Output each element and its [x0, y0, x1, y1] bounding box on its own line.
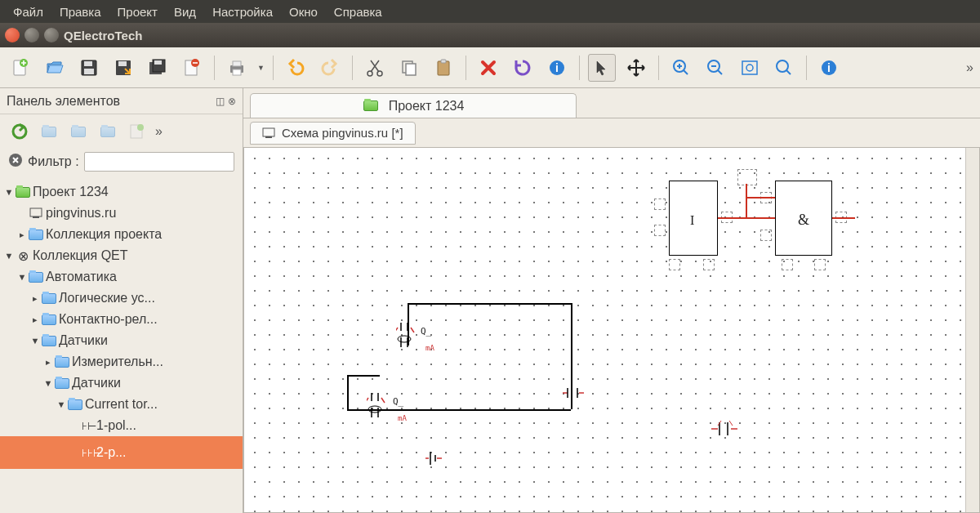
elements-tree[interactable]: ▼Проект 1234 pingvinus.ru ▸Коллекция про…: [0, 178, 243, 513]
wire[interactable]: [408, 303, 571, 305]
scrollbar-thumb[interactable]: [968, 164, 978, 230]
terminal-element[interactable]: [561, 385, 586, 404]
menu-window[interactable]: Окно: [281, 2, 326, 22]
tree-contact[interactable]: Контактно-рел...: [59, 312, 158, 327]
delete-folder-button[interactable]: [96, 120, 119, 143]
cut-button[interactable]: [361, 54, 389, 82]
menu-project[interactable]: Проект: [109, 2, 166, 22]
terminal-element[interactable]: [710, 419, 739, 442]
canvas[interactable]: I &: [243, 147, 980, 513]
zoom-out-button[interactable]: [702, 54, 729, 82]
zoom-in-button[interactable]: [667, 54, 695, 82]
tree-proj-collection[interactable]: Коллекция проекта: [46, 227, 162, 242]
menu-settings[interactable]: Настройка: [204, 2, 281, 22]
copy-button[interactable]: [395, 54, 423, 82]
print-button[interactable]: [223, 54, 251, 82]
save-button[interactable]: [75, 54, 103, 82]
terminal[interactable]: [654, 225, 666, 236]
zoom-reset-button[interactable]: [770, 54, 798, 82]
block-label: &: [798, 212, 809, 229]
terminal-element[interactable]: [424, 450, 448, 470]
save-all-button[interactable]: [144, 54, 172, 82]
wire[interactable]: [746, 184, 747, 218]
tree-measure[interactable]: Измерительн...: [72, 355, 163, 369]
toolbar-overflow-icon[interactable]: »: [966, 60, 973, 75]
move-button[interactable]: [622, 54, 650, 82]
terminal[interactable]: [703, 259, 715, 270]
svg-rect-35: [33, 216, 39, 218]
panel-title: Панель элементов: [7, 94, 120, 109]
filter-label: Фильтр :: [28, 154, 79, 169]
undo-button[interactable]: [282, 54, 310, 82]
schema-tab-label: Схема pingvinus.ru [*]: [282, 126, 403, 140]
reload-button[interactable]: [8, 120, 31, 143]
svg-text:i: i: [827, 61, 831, 74]
svg-point-32: [137, 124, 144, 131]
main-toolbar: ▼ i i »: [0, 47, 980, 88]
tree-sensors2[interactable]: Датчики: [72, 376, 121, 390]
menu-file[interactable]: Файл: [5, 2, 51, 22]
filter-input[interactable]: [84, 152, 234, 172]
terminal[interactable]: [737, 169, 757, 185]
terminal[interactable]: [760, 230, 772, 241]
terminal[interactable]: [654, 199, 666, 210]
tree-current[interactable]: Current tor...: [85, 397, 158, 412]
svg-point-16: [377, 71, 382, 76]
tree-item2[interactable]: 2-p...: [96, 445, 126, 460]
tree-qet-collection[interactable]: Коллекция QET: [33, 248, 128, 263]
terminal[interactable]: [782, 259, 793, 270]
close-button[interactable]: [178, 54, 206, 82]
tree-pingvinus[interactable]: pingvinus.ru: [46, 206, 116, 221]
svg-rect-18: [406, 64, 416, 75]
svg-point-38: [398, 336, 411, 342]
svg-point-26: [746, 65, 753, 71]
new-element-button[interactable]: [126, 120, 149, 143]
panel-close-icon[interactable]: ⊗: [228, 96, 236, 107]
window-minimize-icon[interactable]: [24, 28, 39, 42]
wire[interactable]: [347, 375, 380, 377]
menu-edit[interactable]: Правка: [51, 2, 109, 22]
window-close-icon[interactable]: [5, 28, 20, 42]
svg-rect-14: [233, 69, 241, 75]
wire[interactable]: [832, 217, 855, 219]
schema-tab[interactable]: Схема pingvinus.ru [*]: [250, 122, 416, 145]
open-button[interactable]: [41, 54, 69, 82]
terminal[interactable]: [669, 259, 680, 270]
window-maximize-icon[interactable]: [44, 28, 59, 42]
pointer-button[interactable]: [588, 54, 616, 82]
wire[interactable]: [347, 375, 349, 409]
info-button[interactable]: i: [543, 54, 571, 82]
menubar: Файл Правка Проект Вид Настройка Окно Сп…: [0, 0, 980, 23]
rotate-button[interactable]: [509, 54, 537, 82]
sensor-label: Q_: [393, 396, 403, 407]
tree-sensors[interactable]: Датчики: [59, 333, 108, 348]
sidetools-overflow-icon[interactable]: »: [155, 124, 163, 139]
new-folder-button[interactable]: [38, 120, 60, 143]
paste-button[interactable]: [430, 54, 457, 82]
redo-button[interactable]: [316, 54, 344, 82]
menu-help[interactable]: Справка: [326, 2, 390, 22]
terminal[interactable]: [814, 259, 826, 270]
panel-detach-icon[interactable]: ◫: [216, 96, 225, 107]
element-icon: ⊦⊢: [82, 420, 96, 432]
clear-filter-icon[interactable]: [8, 153, 23, 171]
tree-project[interactable]: Проект 1234: [33, 185, 109, 199]
tree-item1[interactable]: 1-pol...: [96, 418, 136, 433]
tree-logic[interactable]: Логические ус...: [59, 291, 155, 306]
new-button[interactable]: [7, 54, 34, 82]
save-as-button[interactable]: [109, 54, 137, 82]
zoom-fit-button[interactable]: [736, 54, 764, 82]
delete-button[interactable]: [474, 54, 502, 82]
svg-text:i: i: [555, 61, 559, 74]
project-tab[interactable]: Проект 1234: [250, 93, 577, 118]
about-button[interactable]: i: [815, 54, 843, 82]
separator: [352, 56, 353, 80]
tree-automation[interactable]: Автоматика: [46, 270, 117, 284]
print-dropdown-icon[interactable]: ▼: [257, 64, 265, 72]
edit-folder-button[interactable]: [67, 120, 90, 143]
menu-view[interactable]: Вид: [166, 2, 204, 22]
sensor-unit: mA: [425, 344, 434, 352]
svg-point-27: [777, 60, 788, 72]
wire[interactable]: [746, 197, 775, 199]
svg-point-15: [368, 71, 372, 76]
